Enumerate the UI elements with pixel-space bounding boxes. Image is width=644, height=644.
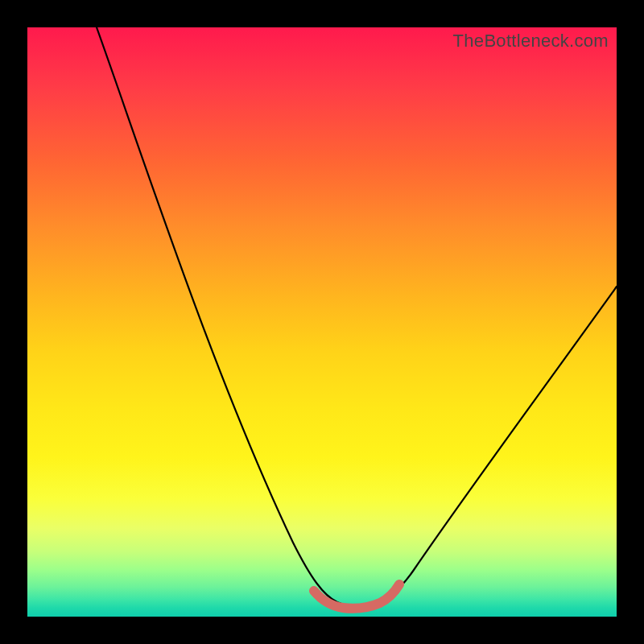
plot-area: TheBottleneck.com [27, 27, 617, 617]
curve-layer [27, 27, 617, 617]
bottleneck-curve [97, 27, 617, 607]
optimal-range-marker [314, 584, 399, 609]
chart-frame: TheBottleneck.com [0, 0, 644, 644]
watermark-text: TheBottleneck.com [453, 31, 609, 52]
